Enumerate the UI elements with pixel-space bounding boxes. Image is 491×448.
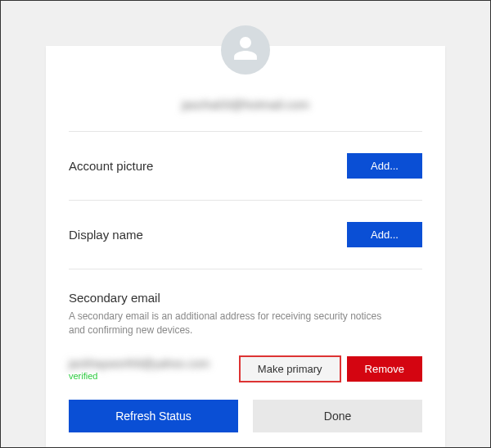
primary-email: jascha03@hotmail.com bbox=[69, 83, 422, 126]
secondary-email-info: jackhayworth9@yahoo.com verified bbox=[69, 357, 233, 381]
display-name-label: Display name bbox=[69, 228, 143, 242]
secondary-email-row: jackhayworth9@yahoo.com verified Make pr… bbox=[69, 356, 422, 382]
add-picture-button[interactable]: Add... bbox=[347, 153, 422, 179]
refresh-status-button[interactable]: Refresh Status bbox=[69, 400, 238, 432]
person-icon bbox=[232, 34, 259, 66]
display-name-row: Display name Add... bbox=[69, 201, 422, 269]
account-picture-label: Account picture bbox=[69, 159, 153, 173]
done-button[interactable]: Done bbox=[253, 400, 422, 432]
make-primary-button[interactable]: Make primary bbox=[240, 356, 340, 382]
secondary-email-title: Secondary email bbox=[69, 291, 422, 305]
secondary-email-description: A secondary email is an additional addre… bbox=[69, 310, 396, 338]
bottom-actions: Refresh Status Done bbox=[69, 400, 422, 432]
avatar-placeholder bbox=[221, 25, 270, 75]
remove-button[interactable]: Remove bbox=[347, 356, 422, 382]
add-display-name-button[interactable]: Add... bbox=[347, 222, 422, 247]
verified-status: verified bbox=[69, 371, 233, 381]
account-card: jascha03@hotmail.com Account picture Add… bbox=[46, 46, 445, 448]
avatar-container bbox=[69, 25, 422, 75]
account-picture-row: Account picture Add... bbox=[69, 132, 422, 201]
secondary-email-value: jackhayworth9@yahoo.com bbox=[69, 357, 233, 370]
